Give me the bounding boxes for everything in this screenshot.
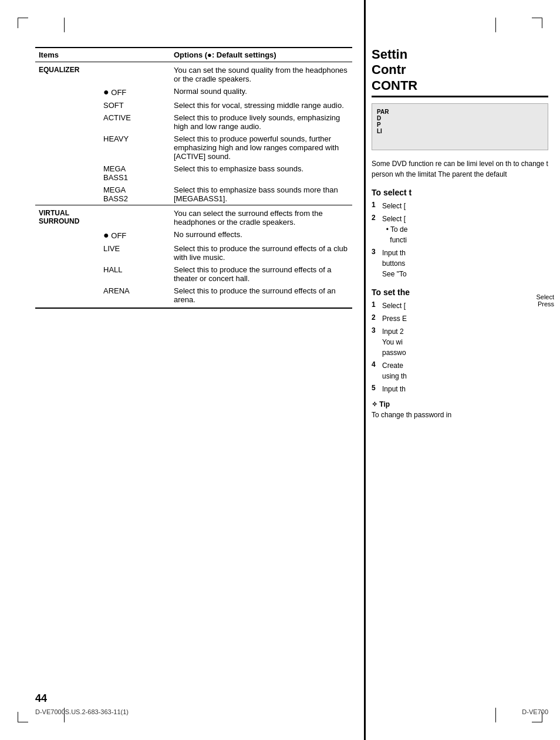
cell-desc: Select this to emphasize bass sounds.	[170, 163, 352, 184]
cell-desc: Select this to produce powerful sounds, …	[170, 133, 352, 163]
step-number: 2	[372, 214, 382, 245]
sidebar-section1-heading: To select t	[372, 188, 548, 197]
col-header-options	[100, 48, 170, 62]
select-label: Select	[536, 293, 554, 300]
cell-item	[35, 228, 100, 242]
cell-item	[35, 111, 100, 133]
footer-left: D-VE7000S.US.2-683-363-11(1)	[35, 708, 129, 715]
sidebar-section2-heading: To set the	[372, 288, 548, 297]
sidebar-step: 5 Input th	[372, 384, 548, 394]
table-row: ARENA Select this to produce the surroun…	[35, 285, 352, 308]
step-number: 1	[372, 201, 382, 211]
select-press-labels: Select Press	[536, 293, 554, 308]
corner-mark-tl	[18, 18, 28, 28]
sidebar-step: 1 Select [	[372, 300, 548, 311]
sidebar-step: 2 Press E	[372, 313, 548, 324]
sidebar-step: 3 Input thbuttonsSee "To	[372, 248, 548, 279]
footer-right: D-VE700	[522, 708, 548, 715]
tip-label: ✧ Tip	[372, 400, 548, 408]
step-number: 3	[372, 248, 382, 279]
cell-option: LIVE	[100, 242, 170, 263]
page-number: 44	[35, 692, 47, 705]
step-text: Input 2You wipasswo	[382, 326, 548, 358]
cell-item	[35, 184, 100, 205]
press-label: Press	[536, 300, 554, 308]
bullet-icon: ●	[103, 230, 109, 240]
cell-option: ACTIVE	[100, 111, 170, 133]
step-text: Press E	[382, 313, 548, 324]
step-number: 5	[372, 384, 382, 394]
cell-desc: You can select the surround effects from…	[170, 205, 352, 229]
step-text: Select [ • To de functi	[382, 214, 548, 245]
tip-text: To change th password in	[372, 410, 548, 420]
cell-item: VIRTUALSURROUND	[35, 205, 100, 229]
step-text: Createusing th	[382, 360, 548, 381]
cell-option: ● OFF	[100, 85, 170, 99]
cell-option: SOFT	[100, 99, 170, 111]
sidebar-step: 2 Select [ • To de functi	[372, 214, 548, 245]
sidebar-info-box: PARDPLI	[372, 103, 548, 150]
sidebar-title: Settin Contr CONTR	[372, 47, 548, 97]
page-layout: Items Options (●: Default settings) EQUA…	[0, 0, 560, 740]
cell-item	[35, 133, 100, 163]
sidebar-title-line1: Settin	[372, 47, 407, 62]
cell-desc: Normal sound quality.	[170, 85, 352, 99]
cell-option: HALL	[100, 263, 170, 285]
step-number: 1	[372, 300, 382, 311]
left-content: Items Options (●: Default settings) EQUA…	[0, 0, 364, 740]
table-row: LIVE Select this to produce the surround…	[35, 242, 352, 263]
bullet-icon: ●	[103, 87, 109, 97]
cell-item: EQUALIZER	[35, 62, 100, 86]
sidebar-intro-text: Some DVD function re can be limi level o…	[372, 158, 548, 180]
cell-item	[35, 263, 100, 285]
sidebar-title-line3: CONTR	[372, 78, 417, 93]
table-row: EQUALIZER You can set the sound quality …	[35, 62, 352, 86]
sidebar-step: 1 Select [	[372, 201, 548, 211]
table-row: VIRTUALSURROUND You can select the surro…	[35, 205, 352, 229]
table-row: SOFT Select this for vocal, stressing mi…	[35, 99, 352, 111]
table-row: MEGABASS2 Select this to emphasize bass …	[35, 184, 352, 205]
cell-option	[100, 62, 170, 86]
cell-item	[35, 242, 100, 263]
right-sidebar: Settin Contr CONTR PARDPLI Some DVD func…	[364, 0, 560, 740]
cell-desc: Select this to produce lively sounds, em…	[170, 111, 352, 133]
cell-option: MEGABASS2	[100, 184, 170, 205]
cell-desc: No surround effects.	[170, 228, 352, 242]
table-row: ACTIVE Select this to produce lively sou…	[35, 111, 352, 133]
cell-desc: Select this to emphasize bass sounds mor…	[170, 184, 352, 205]
sidebar-step: 4 Createusing th	[372, 360, 548, 381]
vline-top-left	[64, 18, 65, 32]
cell-item	[35, 285, 100, 308]
sidebar-box-label: PARDPLI	[377, 109, 543, 134]
sidebar-step: 3 Input 2You wipasswo	[372, 326, 548, 358]
cell-option: MEGABASS1	[100, 163, 170, 184]
col-header-desc: Options (●: Default settings)	[170, 48, 352, 62]
cell-desc: Select this to produce the surround effe…	[170, 285, 352, 308]
cell-item	[35, 99, 100, 111]
settings-table: Items Options (●: Default settings) EQUA…	[35, 47, 352, 309]
col-header-items: Items	[35, 48, 100, 62]
cell-desc: Select this to produce the surround effe…	[170, 242, 352, 263]
table-row: ● OFF No surround effects.	[35, 228, 352, 242]
corner-mark-bl	[18, 712, 28, 722]
cell-desc: Select this to produce the surround effe…	[170, 263, 352, 285]
table-row: HEAVY Select this to produce powerful so…	[35, 133, 352, 163]
cell-desc: Select this for vocal, stressing middle …	[170, 99, 352, 111]
step-text: Input thbuttonsSee "To	[382, 248, 548, 279]
step-text: Select [	[382, 300, 548, 311]
cell-item	[35, 85, 100, 99]
step-number: 3	[372, 326, 382, 358]
cell-option: HEAVY	[100, 133, 170, 163]
table-row: ● OFF Normal sound quality.	[35, 85, 352, 99]
cell-desc: You can set the sound quality from the h…	[170, 62, 352, 86]
table-row: HALL Select this to produce the surround…	[35, 263, 352, 285]
step-text: Select [	[382, 201, 548, 211]
step-number: 2	[372, 313, 382, 324]
cell-option: ARENA	[100, 285, 170, 308]
sidebar-title-line2: Contr	[372, 62, 406, 77]
table-row: MEGABASS1 Select this to emphasize bass …	[35, 163, 352, 184]
cell-option	[100, 205, 170, 229]
cell-item	[35, 163, 100, 184]
step-number: 4	[372, 360, 382, 381]
cell-option: ● OFF	[100, 228, 170, 242]
